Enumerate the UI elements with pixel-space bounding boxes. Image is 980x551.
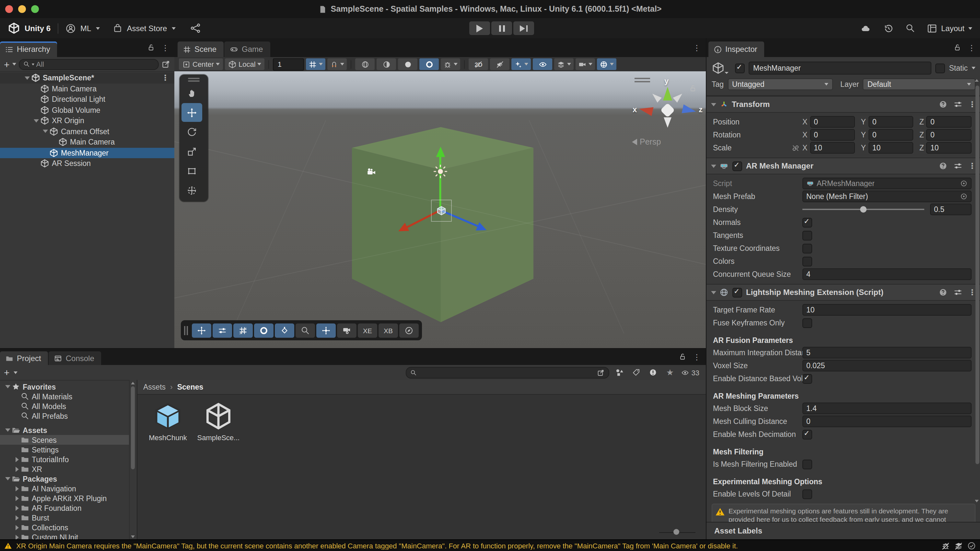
wireframe-mode-button[interactable] [377, 58, 396, 70]
asset-store-menu[interactable]: Asset Store [127, 24, 167, 33]
component-enabled-checkbox[interactable] [732, 161, 742, 171]
toggle-2d-button[interactable]: 2D [469, 58, 488, 70]
scrollbar-thumb[interactable] [131, 386, 135, 469]
project-item-scenes[interactable]: Scenes [0, 435, 129, 445]
hierarchy-item-global-volume[interactable]: Global Volume [0, 105, 174, 115]
tag-dropdown[interactable]: Untagged [727, 78, 832, 90]
hierarchy-search-input[interactable]: All [19, 59, 159, 70]
shaded-wireframe-button[interactable] [398, 58, 418, 70]
tab-inspector[interactable]: Inspector [708, 41, 765, 57]
pause-button[interactable] [491, 21, 512, 35]
hand-tool-button[interactable] [181, 84, 202, 102]
add-dropdown-arrow[interactable] [12, 63, 16, 65]
component-header-ar-mesh-manager[interactable]: AR Mesh Manager⋮ [706, 158, 980, 174]
asset-meshchunk[interactable]: MeshChunk [146, 401, 189, 441]
toggle-effects-button[interactable] [512, 58, 531, 70]
collapse-arrow-icon[interactable] [711, 291, 716, 294]
project-item-collections[interactable]: Collections [0, 522, 129, 532]
tab-game[interactable]: Game [224, 41, 270, 57]
scale-tool-button[interactable] [181, 142, 202, 161]
expand-arrow-icon[interactable] [23, 76, 31, 80]
account-menu[interactable]: ML [80, 24, 91, 33]
layers-slash-icon[interactable] [954, 541, 963, 550]
tab-project[interactable]: Project [0, 351, 48, 365]
axis-cone-y[interactable] [663, 87, 672, 100]
checkbox-enable-levels-of-detail[interactable] [802, 489, 812, 499]
collapse-arrow-icon[interactable] [711, 103, 716, 106]
project-item-tutorialinfo[interactable]: TutorialInfo [0, 454, 129, 464]
sphere-overlay-button[interactable] [254, 323, 274, 338]
minimize-window-button[interactable] [18, 5, 26, 13]
hidden-objects-button[interactable] [533, 58, 552, 70]
scene-options-icon[interactable]: ⋮ [161, 74, 174, 82]
project-item-custom-nunit[interactable]: Custom NUnit [0, 532, 129, 540]
bug-slash-icon[interactable] [941, 541, 950, 550]
view-orientation-gizmo[interactable]: y x z Persp [622, 74, 701, 152]
breadcrumb-assets[interactable]: Assets [143, 383, 165, 391]
project-item-all-models[interactable]: All Models [0, 401, 129, 411]
tab-scene[interactable]: Scene [178, 41, 224, 57]
lock-icon[interactable] [679, 353, 686, 361]
add-gameobject-button[interactable]: + [4, 59, 10, 69]
checkbox-colors[interactable] [802, 256, 812, 266]
expand-arrow-icon[interactable] [13, 535, 21, 540]
asset-store-dropdown-arrow[interactable] [172, 27, 175, 30]
inspector-scrollbar[interactable] [974, 77, 980, 504]
scroll-up-icon[interactable] [131, 382, 135, 384]
transform-tool-button[interactable] [181, 181, 202, 200]
slider-track[interactable] [802, 209, 924, 210]
field-target-frame-rate[interactable]: 10 [802, 304, 972, 316]
expand-arrow-icon[interactable] [13, 515, 21, 520]
play-button[interactable] [469, 21, 490, 35]
project-tree-scrollbar[interactable] [129, 380, 137, 540]
expand-arrow-icon[interactable] [4, 477, 12, 480]
expand-arrow-icon[interactable] [32, 119, 40, 123]
layers-button[interactable] [555, 58, 574, 70]
expand-arrow-icon[interactable] [41, 130, 49, 133]
grid-visibility-button[interactable] [306, 58, 326, 70]
check-circle-icon[interactable] [967, 541, 976, 550]
axis-x-field[interactable]: 0 [810, 129, 855, 141]
project-item-xr[interactable]: XR [0, 464, 129, 474]
gameobject-name-field[interactable]: MeshManager [749, 62, 931, 75]
field-mesh-culling-distance[interactable]: 0 [802, 416, 972, 427]
overlay-drag-handle[interactable] [184, 326, 189, 335]
inspector-menu-icon[interactable]: ⋮ [968, 44, 975, 51]
hierarchy-menu-icon[interactable]: ⋮ [161, 44, 169, 51]
hierarchy-item-main-camera[interactable]: Main Camera [0, 83, 174, 94]
step-button[interactable] [513, 21, 534, 35]
axis-cone-white[interactable] [650, 91, 662, 103]
project-item-packages[interactable]: Packages [0, 474, 129, 484]
thumbnail-zoom-slider[interactable] [659, 529, 695, 535]
expand-window-icon[interactable] [161, 60, 170, 69]
layout-selector[interactable]: Layout [927, 23, 972, 33]
prefab-icon-button[interactable] [712, 62, 725, 75]
expand-arrow-icon[interactable] [13, 495, 21, 501]
pivot-overlay-button[interactable] [316, 323, 336, 338]
shading-mode-button[interactable] [355, 58, 375, 70]
axis-cone-z[interactable] [682, 104, 697, 116]
hierarchy-item-meshmanager[interactable]: MeshManager [0, 148, 174, 158]
toggle-audio-button[interactable] [490, 58, 510, 70]
component-enabled-checkbox[interactable] [732, 288, 742, 297]
scroll-down-icon[interactable] [975, 500, 979, 502]
expand-arrow-icon[interactable] [13, 486, 21, 491]
field-voxel-size[interactable]: 0.025 [802, 360, 972, 371]
static-checkbox[interactable] [935, 63, 945, 73]
object-field[interactable]: ARMeshManager [802, 178, 972, 189]
lock-icon[interactable] [953, 43, 961, 52]
checkbox-is-mesh-filtering-enabled[interactable] [802, 459, 812, 469]
hierarchy-item-camera-offset[interactable]: Camera Offset [0, 126, 174, 137]
grid-snap-button[interactable] [328, 58, 347, 70]
projection-mode[interactable]: Persp [632, 137, 661, 147]
axis-y-field[interactable]: 10 [869, 142, 913, 154]
create-asset-button[interactable]: + [4, 368, 10, 377]
static-dropdown-arrow[interactable] [972, 67, 975, 69]
render-mode-button[interactable] [420, 58, 439, 70]
expand-arrow-icon[interactable] [13, 457, 21, 462]
field-concurrent-queue-size[interactable]: 4 [802, 268, 972, 280]
project-item-burst[interactable]: Burst [0, 513, 129, 522]
expand-arrow-icon[interactable] [13, 467, 21, 471]
search-icon[interactable] [905, 23, 915, 33]
axis-y-field[interactable]: 0 [869, 129, 913, 141]
